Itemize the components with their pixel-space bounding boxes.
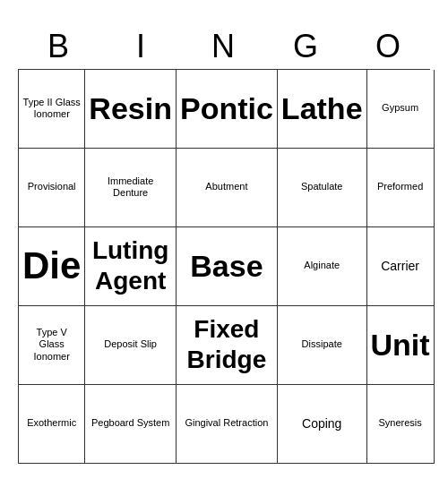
bingo-cell-3-2: Fixed Bridge xyxy=(177,306,278,385)
bingo-cell-4-2: Gingival Retraction xyxy=(177,385,278,464)
header-letter: O xyxy=(348,24,430,69)
header-letter: G xyxy=(265,24,348,69)
bingo-cell-3-3: Dissipate xyxy=(278,306,367,385)
bingo-cell-0-0: Type II Glass Ionomer xyxy=(19,70,85,149)
bingo-cell-3-4: Unit xyxy=(367,306,435,385)
bingo-cell-2-2: Base xyxy=(177,227,278,306)
bingo-cell-0-2: Pontic xyxy=(177,70,278,149)
header-letter: N xyxy=(183,24,265,69)
bingo-cell-1-0: Provisional xyxy=(19,149,85,227)
bingo-cell-4-3: Coping xyxy=(278,385,367,464)
bingo-cell-3-0: Type V Glass Ionomer xyxy=(19,306,85,385)
bingo-cell-1-2: Abutment xyxy=(177,149,278,227)
bingo-cell-1-1: Immediate Denture xyxy=(85,149,177,227)
bingo-cell-2-0: Die xyxy=(19,227,85,306)
bingo-grid: Type II Glass IonomerResinPonticLatheGyp… xyxy=(18,69,430,464)
bingo-card: BINGO Type II Glass IonomerResinPonticLa… xyxy=(18,24,430,464)
bingo-cell-2-1: Luting Agent xyxy=(85,227,177,306)
bingo-cell-1-4: Preformed xyxy=(367,149,435,227)
header-letter: I xyxy=(100,24,183,69)
bingo-cell-2-3: Alginate xyxy=(278,227,367,306)
bingo-header: BINGO xyxy=(18,24,430,69)
bingo-cell-0-4: Gypsum xyxy=(367,70,435,149)
bingo-cell-0-1: Resin xyxy=(85,70,177,149)
header-letter: B xyxy=(18,24,100,69)
bingo-cell-4-4: Syneresis xyxy=(367,385,435,464)
bingo-cell-4-0: Exothermic xyxy=(19,385,85,464)
bingo-cell-1-3: Spatulate xyxy=(278,149,367,227)
bingo-cell-2-4: Carrier xyxy=(367,227,435,306)
bingo-cell-0-3: Lathe xyxy=(278,70,367,149)
bingo-cell-3-1: Deposit Slip xyxy=(85,306,177,385)
bingo-cell-4-1: Pegboard System xyxy=(85,385,177,464)
